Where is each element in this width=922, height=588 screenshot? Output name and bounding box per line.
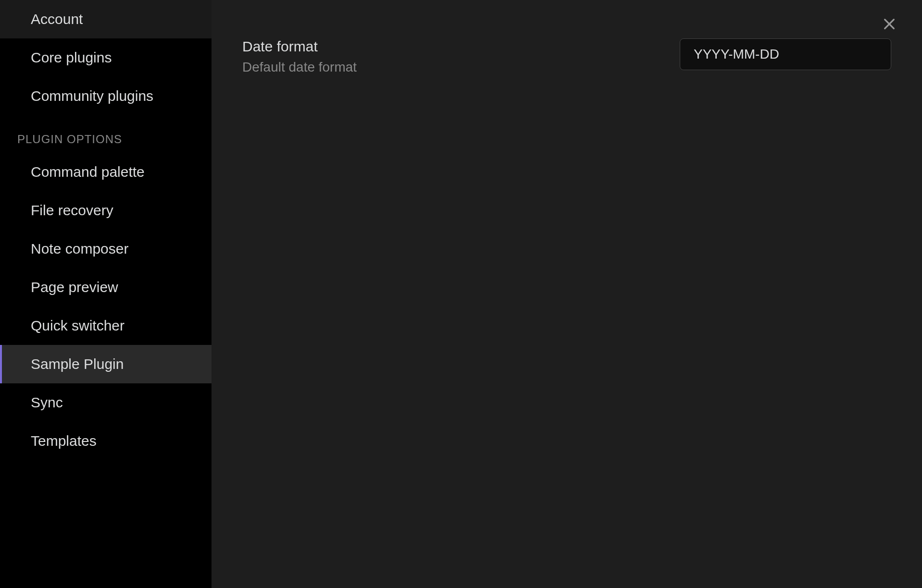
sidebar-item-quick-switcher[interactable]: Quick switcher [0, 306, 212, 345]
sidebar-item-community-plugins[interactable]: Community plugins [0, 77, 212, 115]
settings-sidebar: Account Core plugins Community plugins P… [0, 0, 212, 588]
setting-info: Date format Default date format [242, 38, 660, 75]
sidebar-item-label: Community plugins [31, 88, 153, 104]
setting-row-date-format: Date format Default date format [242, 38, 891, 75]
settings-content: Date format Default date format [212, 0, 922, 588]
date-format-input[interactable] [680, 38, 891, 70]
close-icon [882, 16, 897, 34]
sidebar-item-label: Sync [31, 394, 63, 410]
sidebar-item-note-composer[interactable]: Note composer [0, 230, 212, 268]
sidebar-item-label: Command palette [31, 164, 145, 180]
sidebar-item-label: Core plugins [31, 49, 112, 65]
sidebar-item-sample-plugin[interactable]: Sample Plugin [0, 345, 212, 383]
sidebar-item-label: Quick switcher [31, 318, 125, 333]
sidebar-section-label: PLUGIN OPTIONS [17, 133, 122, 146]
sidebar-item-core-plugins[interactable]: Core plugins [0, 38, 212, 77]
sidebar-item-templates[interactable]: Templates [0, 422, 212, 460]
sidebar-item-page-preview[interactable]: Page preview [0, 268, 212, 306]
sidebar-item-label: Templates [31, 433, 97, 449]
sidebar-item-label: File recovery [31, 202, 113, 218]
setting-description: Default date format [242, 60, 660, 75]
sidebar-item-file-recovery[interactable]: File recovery [0, 191, 212, 230]
sidebar-item-label: Sample Plugin [31, 356, 124, 372]
setting-title: Date format [242, 38, 660, 55]
sidebar-item-label: Page preview [31, 279, 118, 295]
sidebar-item-label: Note composer [31, 241, 128, 257]
sidebar-item-label: Account [31, 11, 83, 27]
sidebar-item-sync[interactable]: Sync [0, 383, 212, 422]
sidebar-section-header: PLUGIN OPTIONS [0, 115, 212, 153]
close-button[interactable] [878, 13, 901, 37]
sidebar-item-account[interactable]: Account [0, 0, 212, 38]
sidebar-item-command-palette[interactable]: Command palette [0, 153, 212, 191]
